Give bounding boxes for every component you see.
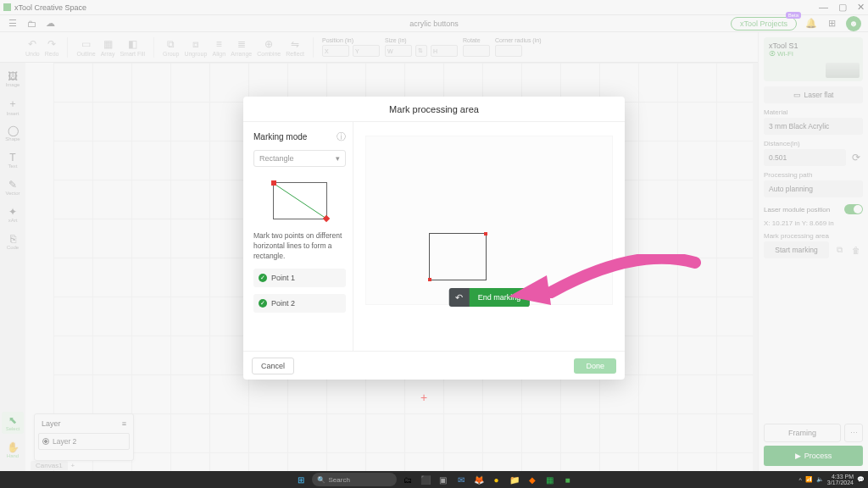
mark-point-tr: [484, 232, 487, 236]
tray-wifi-icon[interactable]: 📶: [805, 476, 813, 483]
tray-volume-icon[interactable]: 🔈: [816, 476, 824, 483]
marking-mode-help-icon[interactable]: ⓘ: [337, 130, 346, 143]
dialog-title: Mark processing area: [243, 97, 625, 122]
tray-chevron-icon[interactable]: ^: [799, 477, 802, 483]
undo-mark-button[interactable]: ↶: [449, 288, 470, 307]
marking-mode-label: Marking mode: [253, 132, 307, 141]
mark-point-bl: [428, 278, 431, 281]
search-icon: 🔍: [317, 476, 326, 484]
check-icon: ✓: [259, 299, 267, 308]
taskbar-search[interactable]: 🔍Search: [312, 473, 397, 486]
taskbar-app-6[interactable]: ●: [490, 473, 504, 486]
taskbar-app-5[interactable]: 🦊: [472, 473, 486, 486]
check-icon: ✓: [259, 274, 267, 282]
svg-line-0: [275, 185, 324, 218]
cancel-button[interactable]: Cancel: [252, 358, 294, 374]
taskbar-app-7[interactable]: 📁: [508, 473, 521, 486]
point1-item[interactable]: ✓Point 1: [253, 269, 346, 287]
chevron-down-icon: ▾: [336, 154, 340, 163]
rectangle-illustration: [273, 182, 327, 219]
point2-item[interactable]: ✓Point 2: [253, 294, 346, 313]
marking-mode-select[interactable]: Rectangle▾: [253, 150, 346, 167]
tray-notifications-icon[interactable]: 💬: [857, 476, 865, 483]
tray-clock[interactable]: 4:33 PM3/17/2024: [827, 474, 854, 485]
taskbar-app-1[interactable]: 🗂: [401, 473, 415, 486]
marking-hint: Mark two points on different horizontal …: [253, 231, 346, 262]
mark-area-dialog: Mark processing area Marking mode ⓘ Rect…: [243, 97, 625, 380]
done-button[interactable]: Done: [574, 358, 616, 374]
marked-rectangle: [429, 233, 487, 280]
taskbar-app-8[interactable]: ◆: [526, 473, 539, 486]
taskbar-app-4[interactable]: ✉: [454, 473, 468, 486]
taskbar-app-3[interactable]: ▣: [437, 473, 450, 486]
marking-preview[interactable]: [365, 136, 613, 305]
taskbar-app-10[interactable]: ■: [561, 473, 575, 486]
taskbar-app-2[interactable]: ⬛: [419, 473, 432, 486]
taskbar-app-9[interactable]: ▦: [543, 473, 557, 486]
start-button[interactable]: ⊞: [294, 473, 308, 486]
end-marking-button[interactable]: End marking: [470, 288, 530, 307]
